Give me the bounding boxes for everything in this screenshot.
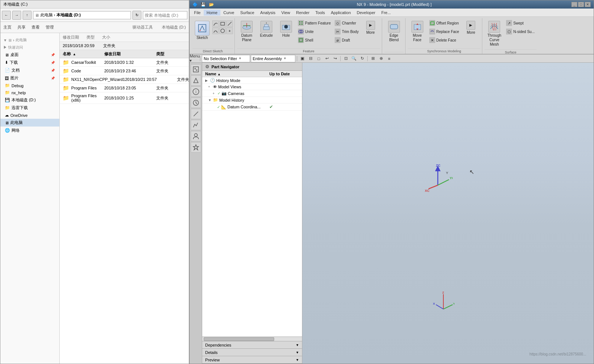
file-row-nxwizard[interactable]: 📁 NX11_NXOpenCPP_Wizard1 2018/10/21 20:5… <box>60 75 189 84</box>
undo-btn[interactable]: ↩ <box>323 55 331 62</box>
redo-btn[interactable]: ↪ <box>331 55 339 62</box>
entire-assembly-dropdown[interactable]: Entire Assembly ▼ <box>251 55 295 62</box>
offset-region-btn[interactable]: Offset Region <box>427 19 461 27</box>
sidebar-item-desktop[interactable]: 🖥 桌面 📌 <box>0 51 59 59</box>
sketch-line-btn[interactable] <box>226 20 233 27</box>
left-bar-star-btn[interactable] <box>191 142 201 153</box>
pattern-feature-btn[interactable]: Pattern Feature <box>296 19 332 27</box>
feature-more-btn[interactable]: ▶ More <box>361 19 380 45</box>
edge-blend-button[interactable]: EdgeBlend <box>384 19 404 45</box>
file-row-programfilesx86[interactable]: 📁 Program Files (x86) 2018/10/20 1:25 文件… <box>60 92 189 104</box>
left-bar-constraint-btn[interactable] <box>191 75 201 86</box>
file-row-caesartoolkit[interactable]: 📁 CaesarToolkit 2018/10/20 1:32 文件夹 <box>60 58 189 67</box>
menu-file[interactable]: File <box>191 10 204 16</box>
sidebar-item-nxhelp[interactable]: 📁 nx_help <box>0 89 59 96</box>
left-bar-measure-btn[interactable] <box>191 109 201 119</box>
file-row-programfiles[interactable]: 📁 Program Files 2018/10/18 23:05 文件夹 <box>60 84 189 92</box>
sketch-arc-btn[interactable] <box>212 27 219 34</box>
menu-application[interactable]: Application <box>328 10 354 16</box>
fe-tb-manage[interactable]: 管理 <box>46 24 54 30</box>
invert-select-btn[interactable]: ⊟ <box>307 55 314 62</box>
draft-btn[interactable]: ⌀ Draft <box>333 36 360 44</box>
hole-button[interactable]: Hole <box>276 19 296 45</box>
menu-fre[interactable]: Fre... <box>378 10 394 16</box>
menu-view[interactable]: View <box>278 10 293 16</box>
fe-tb-share[interactable]: 共享 <box>17 24 26 30</box>
nx-close-btn[interactable]: ✕ <box>585 2 591 7</box>
trim-body-btn[interactable]: ✂ Trim Body <box>333 27 360 36</box>
sidebar-item-thispc[interactable]: 🖥 此电脑 <box>0 119 59 127</box>
swept-btn[interactable]: ↗ Swept <box>504 19 536 27</box>
sync-more-btn[interactable]: ▶ More <box>461 19 480 45</box>
unite-btn[interactable]: Unite <box>296 27 332 36</box>
pn-row-cameras[interactable]: + ✓ 📷 Cameras <box>202 90 302 97</box>
sidebar-item-documents[interactable]: 📄 文档 📌 <box>0 66 59 74</box>
pn-dependencies-header[interactable]: Dependencies ▼ <box>202 341 302 349</box>
extrude-button[interactable]: Extrude <box>257 19 276 45</box>
zoom-btn[interactable]: 🔍 <box>350 55 358 62</box>
left-bar-info-btn[interactable]: i <box>191 86 201 97</box>
sketch-more-btn[interactable]: + <box>226 27 233 34</box>
fe-refresh-btn[interactable]: ↻ <box>132 11 141 20</box>
sketch-curve-btn[interactable] <box>212 20 219 27</box>
fe-tb-home[interactable]: 主页 <box>3 24 12 30</box>
menu-developer[interactable]: Developer <box>354 10 378 16</box>
menu-surface[interactable]: Surface <box>237 10 257 16</box>
pn-row-datum[interactable]: ✓ 📐 Datum Coordina... ✔ <box>202 104 302 111</box>
select-all-btn[interactable]: ▣ <box>299 55 306 62</box>
through-curve-mesh-button[interactable]: Through Curve Mesh <box>485 19 504 49</box>
menu-render[interactable]: Render <box>293 10 312 16</box>
sidebar-item-localdisk[interactable]: 💾 本地磁盘 (D:) <box>0 96 59 104</box>
display-btn[interactable]: ⊞ <box>369 55 377 62</box>
orient-btn[interactable]: ⊕ <box>377 55 385 62</box>
sketch-rect-btn[interactable] <box>219 20 226 27</box>
fe-back-btn[interactable]: ← <box>2 11 11 20</box>
sidebar-item-pictures[interactable]: 🖼 图片 📌 <box>0 74 59 82</box>
sidebar-item-downloads[interactable]: ⬇ 下载 📌 <box>0 59 59 66</box>
pn-scroll-thumb[interactable] <box>204 337 274 341</box>
no-selection-filter-dropdown[interactable]: No Selection Filter ▼ <box>202 55 250 62</box>
chamfer-btn[interactable]: ◇ Chamfer <box>333 19 360 27</box>
sketch-button[interactable]: Sketch <box>193 19 212 45</box>
pn-row-history-mode[interactable]: ▶ 🕐 History Mode <box>202 77 302 84</box>
pn-preview-header[interactable]: Preview ▼ <box>202 356 302 364</box>
datum-plane-button[interactable]: DatumPlane <box>237 19 256 45</box>
layer-btn[interactable]: ≡ <box>385 55 393 62</box>
shell-btn[interactable]: Shell <box>296 36 332 44</box>
move-face-button[interactable]: Move Face <box>408 19 427 45</box>
fe-address-bar[interactable]: 🖥 此电脑 › 本地磁盘 (D:) <box>33 11 131 19</box>
menu-tools[interactable]: Tools <box>312 10 328 16</box>
left-bar-history-btn[interactable] <box>191 98 201 108</box>
replace-face-btn[interactable]: Replace Face <box>427 27 461 36</box>
fe-up-btn[interactable]: ↑ <box>23 11 32 20</box>
pn-row-model-history[interactable]: ▼ 📁 Model History <box>202 97 302 104</box>
sidebar-item-network[interactable]: 🌐 网络 <box>0 127 59 134</box>
pn-scrollbar[interactable] <box>202 337 302 341</box>
nx-minimize-btn[interactable]: _ <box>571 2 577 7</box>
menu-dropdown-btn[interactable]: Menu ▾ <box>191 55 198 62</box>
fit-btn[interactable]: ⊡ <box>342 55 349 62</box>
left-bar-assembly-btn[interactable] <box>191 64 201 75</box>
fe-search-input[interactable] <box>143 11 187 19</box>
fe-tb-view[interactable]: 查看 <box>32 24 40 30</box>
folder-icon-nxwiz: 📁 <box>63 76 69 82</box>
left-bar-analysis-btn[interactable] <box>191 120 201 130</box>
file-row-code[interactable]: 📁 Code 2018/10/19 23:46 文件夹 <box>60 67 189 75</box>
pn-row-model-views[interactable]: + 👁 Model Views <box>202 84 302 90</box>
sketch-circle-btn[interactable] <box>219 27 226 34</box>
menu-curve[interactable]: Curve <box>220 10 237 16</box>
left-bar-people-btn[interactable] <box>191 131 201 141</box>
delete-face-btn[interactable]: ✕ Delete Face <box>427 36 461 44</box>
menu-analysis[interactable]: Analysis <box>257 10 278 16</box>
fe-forward-btn[interactable]: → <box>12 11 21 20</box>
n-sided-btn[interactable]: ⬡ N-sided Su... <box>504 27 536 36</box>
sidebar-item-thunder[interactable]: 📁 迅雷下载 <box>0 104 59 112</box>
sidebar-item-debug[interactable]: 📁 Debug <box>0 82 59 89</box>
pn-details-header[interactable]: Details ▼ <box>202 349 302 356</box>
nx-maximize-btn[interactable]: □ <box>578 2 584 7</box>
deselect-btn[interactable]: □ <box>315 55 322 62</box>
sidebar-item-onedrive[interactable]: ☁ OneDrive <box>0 112 59 119</box>
nx-3d-viewport[interactable]: ↖ ZC YC XC <box>302 63 594 364</box>
rotate-btn[interactable]: ↻ <box>358 55 366 62</box>
menu-home[interactable]: Home <box>204 10 220 16</box>
